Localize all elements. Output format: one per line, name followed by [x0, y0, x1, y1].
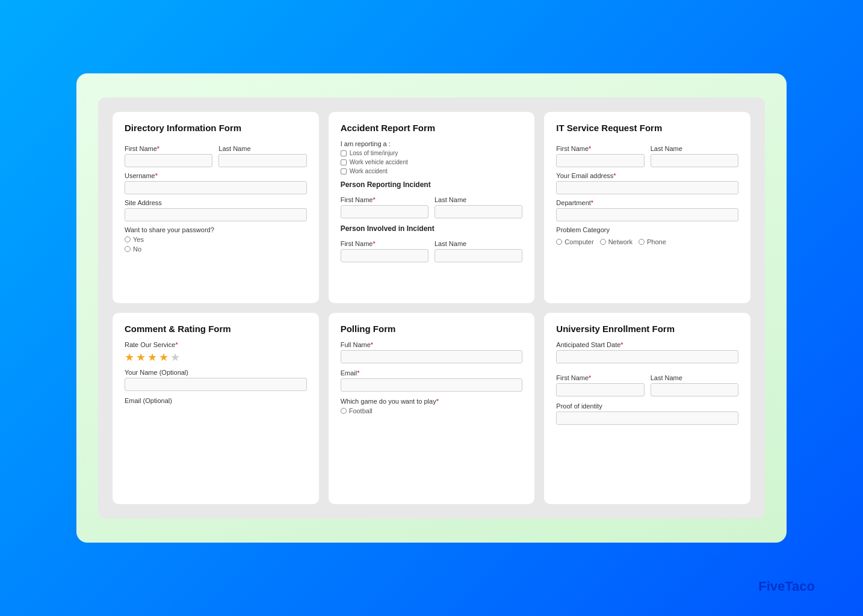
uni-first-label: First Name*: [556, 374, 644, 381]
it-dept-label: Department*: [556, 199, 738, 206]
it-last-label: Last Name: [651, 145, 738, 152]
accident-form-card: Accident Report Form I am reporting a : …: [329, 112, 535, 303]
password-share-label: Want to share your password?: [125, 226, 307, 233]
polling-email-input[interactable]: [341, 378, 523, 392]
star-rating[interactable]: ★ ★ ★ ★ ★: [125, 351, 307, 364]
last-name-input[interactable]: [218, 154, 306, 167]
phone-radio-group[interactable]: Phone: [639, 238, 666, 245]
pi-last-input[interactable]: [435, 249, 522, 262]
it-service-form-title: IT Service Request Form: [556, 123, 738, 133]
proof-input[interactable]: [556, 411, 738, 425]
fivetaco-brand: FiveTaco: [758, 579, 815, 594]
accident-form-title: Accident Report Form: [341, 123, 523, 133]
it-email-label: Your Email address*: [556, 172, 738, 179]
star-2[interactable]: ★: [136, 351, 146, 364]
person-involved-label: Person Involved in Incident: [341, 224, 523, 233]
computer-radio-group[interactable]: Computer: [556, 238, 593, 245]
network-radio[interactable]: [600, 239, 606, 245]
university-form-title: University Enrollment Form: [556, 324, 738, 334]
checkbox-loss-box[interactable]: [341, 150, 347, 156]
uni-first-input[interactable]: [556, 383, 644, 396]
first-name-label: First Name*: [125, 145, 212, 152]
no-radio[interactable]: [125, 246, 131, 252]
uni-last-label: Last Name: [651, 374, 738, 381]
phone-label: Phone: [647, 238, 666, 245]
network-label: Network: [608, 238, 633, 245]
it-problem-label: Problem Category: [556, 226, 738, 233]
polling-form-title: Polling Form: [341, 324, 523, 334]
university-form-card: University Enrollment Form Anticipated S…: [544, 313, 750, 504]
pr-last-label: Last Name: [435, 196, 522, 203]
pr-first-input[interactable]: [341, 205, 428, 218]
checkbox-work-label: Work accident: [350, 168, 388, 174]
outer-card: Directory Information Form First Name* L…: [76, 73, 787, 543]
rate-service-label: Rate Our Service*: [125, 341, 307, 348]
computer-radio[interactable]: [556, 239, 562, 245]
last-name-label: Last Name: [218, 145, 306, 152]
it-first-label: First Name*: [556, 145, 644, 152]
pr-first-label: First Name*: [341, 196, 428, 203]
username-input[interactable]: [125, 181, 307, 194]
checkbox-work[interactable]: Work accident: [341, 168, 523, 174]
comment-email-label: Email (Optional): [125, 397, 307, 404]
pi-last-label: Last Name: [435, 240, 522, 247]
uni-last-input[interactable]: [651, 383, 738, 396]
star-5[interactable]: ★: [170, 351, 180, 364]
site-address-label: Site Address: [125, 199, 307, 206]
directory-form-card: Directory Information Form First Name* L…: [113, 112, 319, 303]
no-label: No: [133, 245, 141, 253]
pi-first-label: First Name*: [341, 240, 428, 247]
polling-full-name-input[interactable]: [341, 350, 523, 363]
site-address-input[interactable]: [125, 208, 307, 221]
checkbox-vehicle-box[interactable]: [341, 159, 347, 165]
pr-last-input[interactable]: [435, 205, 522, 218]
comment-form-title: Comment & Rating Form: [125, 324, 307, 334]
anticipated-start-label: Anticipated Start Date*: [556, 341, 738, 348]
yes-label: Yes: [133, 236, 144, 243]
star-4[interactable]: ★: [159, 351, 169, 364]
checkbox-vehicle[interactable]: Work vehicle accident: [341, 159, 523, 165]
checkbox-work-box[interactable]: [341, 168, 347, 174]
yes-radio[interactable]: [125, 236, 131, 242]
it-first-input[interactable]: [556, 154, 644, 167]
checkbox-loss-label: Loss of time/injury: [350, 150, 398, 156]
forms-grid: Directory Information Form First Name* L…: [98, 97, 765, 519]
checkbox-loss[interactable]: Loss of time/injury: [341, 150, 523, 156]
polling-email-label: Email*: [341, 369, 523, 377]
reporting-label: I am reporting a :: [341, 140, 523, 147]
first-name-input[interactable]: [125, 154, 212, 167]
proof-label: Proof of identity: [556, 402, 738, 410]
polling-form-card: Polling Form Full Name* Email* Which gam…: [329, 313, 535, 504]
comment-form-card: Comment & Rating Form Rate Our Service* …: [113, 313, 319, 504]
problem-category-row: Computer Network Phone: [556, 236, 738, 245]
username-label: Username*: [125, 172, 307, 179]
star-1[interactable]: ★: [125, 351, 134, 364]
it-dept-input[interactable]: [556, 208, 738, 221]
your-name-label: Your Name (Optional): [125, 369, 307, 376]
football-radio[interactable]: [341, 408, 347, 414]
phone-radio[interactable]: [639, 239, 645, 245]
anticipated-start-input[interactable]: [556, 350, 738, 363]
it-email-input[interactable]: [556, 181, 738, 194]
polling-full-name-label: Full Name*: [341, 341, 523, 348]
no-radio-group[interactable]: No: [125, 245, 307, 253]
star-3[interactable]: ★: [147, 351, 157, 364]
your-name-input[interactable]: [125, 378, 307, 391]
pi-first-input[interactable]: [341, 249, 428, 262]
it-service-form-card: IT Service Request Form First Name* Last…: [544, 112, 750, 303]
football-radio-group[interactable]: Football: [341, 407, 523, 414]
checkbox-vehicle-label: Work vehicle accident: [350, 159, 408, 165]
computer-label: Computer: [565, 238, 593, 245]
directory-form-title: Directory Information Form: [125, 123, 307, 133]
network-radio-group[interactable]: Network: [600, 238, 633, 245]
person-reporting-label: Person Reporting Incident: [341, 180, 523, 189]
yes-radio-group[interactable]: Yes: [125, 236, 307, 243]
football-label: Football: [349, 407, 373, 414]
polling-game-label: Which game do you want to play*: [341, 398, 523, 405]
it-last-input[interactable]: [651, 154, 738, 167]
